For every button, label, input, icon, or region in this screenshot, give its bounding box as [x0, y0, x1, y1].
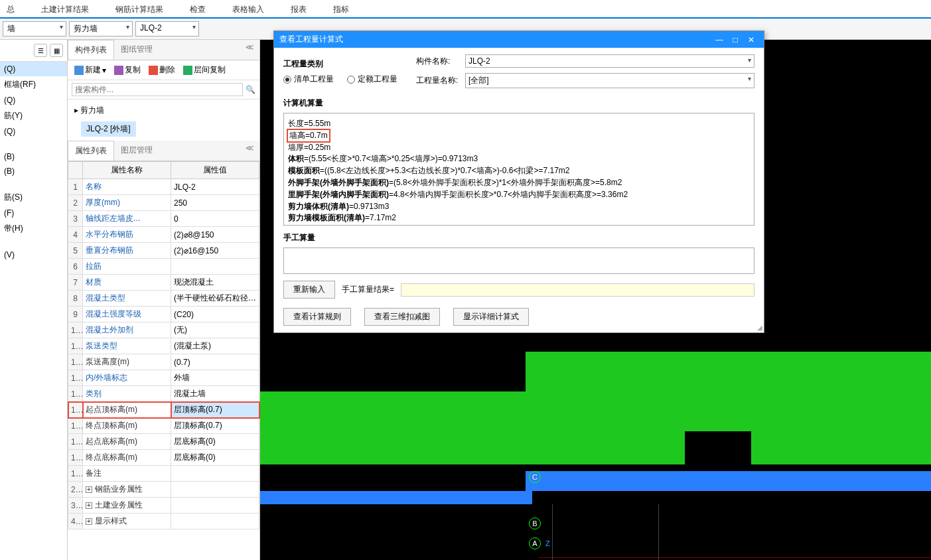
qty-name-label: 工程量名称: [416, 75, 459, 86]
axis-c: C [529, 471, 541, 483]
nav-item[interactable]: (B) [0, 164, 67, 178]
property-row[interactable]: 16终点顶标高(m)层顶标高(0.7) [68, 418, 259, 434]
col-propname: 属性名称 [83, 162, 171, 179]
tab-rebar[interactable]: 钢筋计算结果 [102, 0, 177, 17]
nav-item[interactable] [0, 178, 67, 184]
maximize-icon[interactable]: □ [728, 35, 743, 44]
property-row[interactable]: 12泵送高度(m)(0.7) [68, 354, 259, 370]
tab-summary[interactable]: 总 [0, 0, 28, 17]
qty-type-label: 工程量类别 [283, 58, 403, 70]
calc-line: 模板面积=((5.8<左边线长度>+5.3<右边线长度>)*0.7<墙高>)-0… [288, 165, 750, 176]
z-axis-label: z [545, 537, 550, 548]
radio-norm-qty[interactable]: 定额工程量 [347, 74, 397, 85]
nav-item[interactable]: (B) [0, 149, 67, 164]
property-row[interactable]: 10混凝土外加剂(无) [68, 322, 259, 338]
calc-line: 体积=(5.55<长度>*0.7<墙高>*0.25<墙厚>)=0.9713m3 [288, 153, 750, 165]
calc-output[interactable]: 长度=5.55m墙高=0.7m墙厚=0.25m体积=(5.55<长度>*0.7<… [283, 113, 754, 226]
property-row[interactable]: 5垂直分布钢筋(2)⌀16@150 [68, 243, 259, 259]
calc-line: 剪力墙模板面积(清单)=7.17m2 [288, 212, 750, 224]
property-row[interactable]: 13内/外墙标志外墙 [68, 370, 259, 386]
grid-view-icon[interactable]: ▦ [50, 44, 63, 57]
close-icon[interactable]: ✕ [744, 35, 758, 44]
calc-line: 长度=5.55m [288, 118, 750, 129]
nav-item[interactable]: 框墙(RF) [0, 76, 67, 93]
search-icon[interactable]: 🔍 [246, 85, 255, 94]
axis-b: B [529, 518, 541, 529]
property-row[interactable]: 9混凝土强度等级(C20) [68, 307, 259, 322]
tab-layer-mgmt[interactable]: 图层管理 [114, 141, 159, 161]
main-tabs: 总 土建计算结果 钢筋计算结果 检查 表格输入 报表 指标 [0, 0, 931, 19]
component-name-select[interactable]: JLQ-2 [465, 54, 754, 68]
radio-list-qty[interactable]: 清单工程量 [283, 74, 334, 85]
calc-line: 外脚手架(外墙外脚手架面积)=(5.8<外墙外脚手架面积长度>)*1<外墙外脚手… [288, 177, 750, 188]
nav-item[interactable]: (Q) [0, 93, 67, 107]
property-row[interactable]: 17起点底标高(m)层底标高(0) [68, 434, 259, 450]
qty-name-select[interactable]: [全部] [465, 73, 754, 88]
view-3d-deduct-button[interactable]: 查看三维扣减图 [364, 308, 440, 326]
tree-root[interactable]: ▸ 剪力墙 [72, 104, 255, 117]
property-row[interactable]: 18终点底标高(m)层底标高(0) [68, 450, 259, 466]
nav-item[interactable] [0, 144, 67, 149]
tab-drawing-mgmt[interactable]: 图纸管理 [114, 40, 159, 60]
tab-index[interactable]: 指标 [320, 0, 362, 17]
filter-category[interactable]: 墙 [3, 21, 66, 36]
reenter-button[interactable]: 重新输入 [283, 281, 335, 299]
tree-leaf[interactable]: JLQ-2 [外墙] [81, 121, 136, 137]
property-row[interactable]: 8混凝土类型(半干硬性砼砾石粒径(20m... [68, 291, 259, 307]
resize-handle[interactable]: ◢ [757, 324, 762, 331]
property-row[interactable]: 14类别混凝土墙 [68, 386, 259, 402]
property-row[interactable]: 4水平分布钢筋(2)⌀8@150 [68, 227, 259, 243]
nav-item[interactable]: 带(H) [0, 220, 67, 237]
tab-report[interactable]: 报表 [277, 0, 320, 17]
property-row[interactable]: 20+钢筋业务属性 [68, 482, 259, 498]
search-input[interactable] [72, 83, 243, 96]
property-row[interactable]: 15起点顶标高(m)层顶标高(0.7) [68, 402, 259, 418]
tab-component-list[interactable]: 构件列表 [68, 40, 114, 60]
property-row[interactable]: 33+土建业务属性 [68, 498, 259, 514]
tab-civil[interactable]: 土建计算结果 [28, 0, 102, 17]
panel-close-icon[interactable]: ≪ [240, 40, 259, 60]
dialog-titlebar[interactable]: 查看工程量计算式 — □ ✕ [274, 31, 764, 48]
property-row[interactable]: 19备注 [68, 466, 259, 482]
property-row[interactable]: 11泵送类型(混凝土泵) [68, 338, 259, 354]
component-name-label: 构件名称: [416, 56, 459, 67]
tab-check[interactable]: 检查 [177, 0, 219, 17]
nav-item[interactable]: (Q) [0, 124, 67, 139]
manual-input[interactable] [283, 247, 754, 274]
nav-item[interactable]: 筋(S) [0, 189, 67, 206]
nav-item[interactable] [0, 237, 67, 242]
filter-item[interactable]: JLQ-2 [135, 21, 199, 36]
property-row[interactable]: 40+显示样式 [68, 514, 259, 529]
component-toolbar: 新建 ▾ 复制 删除 层间复制 [68, 60, 259, 80]
layer-copy-button[interactable]: 层间复制 [180, 63, 228, 77]
middle-panel: 构件列表 图纸管理 ≪ 新建 ▾ 复制 删除 层间复制 🔍 ▸ 剪力墙 JLQ-… [68, 40, 260, 560]
nav-item[interactable]: (F) [0, 206, 67, 220]
tab-properties[interactable]: 属性列表 [68, 141, 114, 161]
minimize-icon[interactable]: — [712, 35, 727, 44]
axis-a: A [529, 537, 541, 549]
manual-calc-title: 手工算量 [283, 232, 754, 244]
property-row[interactable]: 7材质现浇混凝土 [68, 275, 259, 291]
calc-line: 剪力墙体积(清单)=0.9713m3 [288, 201, 750, 212]
component-tree: ▸ 剪力墙 JLQ-2 [外墙] [68, 100, 259, 141]
tab-table[interactable]: 表格输入 [219, 0, 277, 17]
nav-item[interactable] [0, 139, 67, 144]
view-rule-button[interactable]: 查看计算规则 [283, 308, 351, 326]
property-row[interactable]: 1名称JLQ-2 [68, 179, 259, 195]
nav-item[interactable]: (Q) [0, 62, 67, 76]
nav-item[interactable]: 筋(Y) [0, 107, 67, 124]
nav-item[interactable] [0, 184, 67, 189]
show-detail-button[interactable]: 显示详细计算式 [453, 308, 529, 326]
filter-subcategory[interactable]: 剪力墙 [69, 21, 133, 36]
prop-close-icon[interactable]: ≪ [240, 141, 259, 161]
copy-button[interactable]: 复制 [111, 63, 143, 77]
nav-item[interactable] [0, 242, 67, 247]
list-view-icon[interactable]: ☰ [34, 44, 47, 57]
new-button[interactable]: 新建 ▾ [72, 63, 109, 77]
property-row[interactable]: 2厚度(mm)250 [68, 195, 259, 211]
property-row[interactable]: 3轴线距左墙皮...0 [68, 211, 259, 227]
property-table: 属性名称 属性值 1名称JLQ-22厚度(mm)2503轴线距左墙皮...04水… [68, 161, 259, 529]
property-row[interactable]: 6拉筋 [68, 259, 259, 275]
nav-item[interactable]: (V) [0, 247, 67, 262]
delete-button[interactable]: 删除 [146, 63, 178, 77]
